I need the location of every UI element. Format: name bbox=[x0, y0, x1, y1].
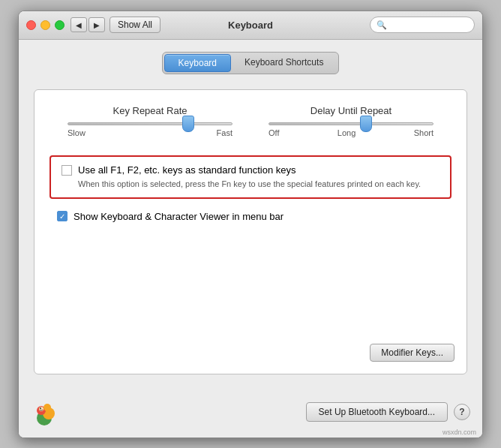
search-input[interactable] bbox=[390, 20, 468, 30]
key-repeat-range-labels: Slow Fast bbox=[68, 128, 232, 137]
bt-keyboard-button[interactable]: Set Up Bluetooth Keyboard... bbox=[306, 402, 448, 422]
search-box[interactable]: 🔍 bbox=[370, 17, 475, 33]
key-repeat-group: Key Repeat Rate Slow Fast bbox=[68, 105, 232, 137]
key-repeat-slider[interactable] bbox=[68, 122, 232, 125]
sliders-row: Key Repeat Rate Slow Fast Delay Until Re… bbox=[50, 105, 452, 137]
key-repeat-slow-label: Slow bbox=[68, 128, 86, 137]
delay-repeat-label: Delay Until Repeat bbox=[310, 105, 392, 116]
content-area: Keyboard Keyboard Shortcuts Key Repeat R… bbox=[19, 40, 482, 389]
bottom-right-buttons: Modifier Keys... bbox=[370, 344, 454, 362]
window-title: Keyboard bbox=[228, 20, 273, 31]
delay-long-label: Long bbox=[338, 128, 356, 137]
nav-forward-button[interactable]: ▶ bbox=[88, 17, 105, 32]
fn-keys-text-group: Use all F1, F2, etc. keys as standard fu… bbox=[78, 164, 421, 190]
fn-keys-box: Use all F1, F2, etc. keys as standard fu… bbox=[50, 155, 452, 199]
minimize-button[interactable] bbox=[40, 20, 50, 30]
footer-right: Set Up Bluetooth Keyboard... ? bbox=[306, 402, 470, 422]
delay-off-label: Off bbox=[268, 128, 279, 137]
tabs: Keyboard Keyboard Shortcuts bbox=[162, 52, 340, 74]
svg-point-5 bbox=[40, 407, 41, 409]
close-button[interactable] bbox=[26, 20, 36, 30]
delay-repeat-range-labels: Off Long Short bbox=[268, 128, 434, 137]
modifier-keys-button[interactable]: Modifier Keys... bbox=[370, 344, 454, 362]
watermark-text: wsxdn.com bbox=[442, 428, 476, 436]
fn-keys-checkbox[interactable] bbox=[62, 165, 72, 176]
maximize-button[interactable] bbox=[55, 20, 64, 30]
appuals-logo bbox=[31, 397, 61, 427]
fn-keys-row: Use all F1, F2, etc. keys as standard fu… bbox=[62, 164, 440, 190]
delay-short-label: Short bbox=[414, 128, 434, 137]
titlebar: ◀ ▶ Show All Keyboard 🔍 bbox=[19, 11, 482, 40]
footer-left bbox=[31, 397, 61, 427]
delay-repeat-slider[interactable] bbox=[268, 122, 434, 125]
main-panel: Key Repeat Rate Slow Fast Delay Until Re… bbox=[34, 89, 467, 374]
footer: Set Up Bluetooth Keyboard... ? wsxdn.com bbox=[19, 389, 482, 437]
nav-buttons: ◀ ▶ bbox=[70, 17, 105, 32]
delay-repeat-group: Delay Until Repeat Off Long Short bbox=[268, 105, 434, 137]
key-repeat-label: Key Repeat Rate bbox=[112, 105, 187, 116]
tab-keyboard-shortcuts[interactable]: Keyboard Shortcuts bbox=[231, 54, 337, 72]
fn-keys-sub-text: When this option is selected, press the … bbox=[78, 179, 421, 190]
fn-keys-main-text: Use all F1, F2, etc. keys as standard fu… bbox=[78, 164, 421, 176]
svg-point-3 bbox=[44, 404, 51, 411]
tab-keyboard[interactable]: Keyboard bbox=[164, 54, 231, 72]
search-icon: 🔍 bbox=[376, 20, 387, 30]
viewer-checkbox[interactable]: ✓ bbox=[57, 211, 68, 221]
tabs-container: Keyboard Keyboard Shortcuts bbox=[34, 52, 467, 74]
nav-back-button[interactable]: ◀ bbox=[70, 17, 87, 32]
viewer-checkbox-row: ✓ Show Keyboard & Character Viewer in me… bbox=[57, 211, 452, 222]
keyboard-window: ◀ ▶ Show All Keyboard 🔍 Keyboard Keyboar… bbox=[18, 11, 483, 438]
traffic-lights bbox=[26, 20, 64, 30]
key-repeat-fast-label: Fast bbox=[217, 128, 232, 137]
help-button[interactable]: ? bbox=[454, 404, 470, 420]
viewer-checkbox-label: Show Keyboard & Character Viewer in menu… bbox=[74, 211, 284, 222]
show-all-button[interactable]: Show All bbox=[110, 17, 160, 33]
